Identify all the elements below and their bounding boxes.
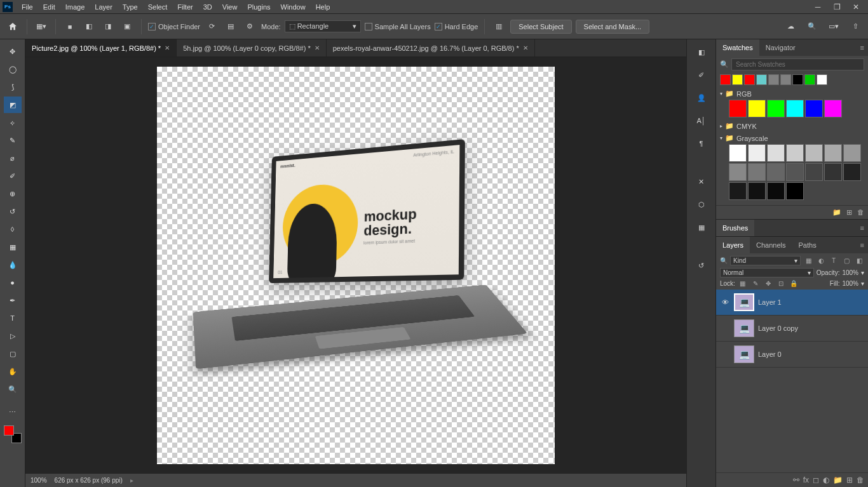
layer-thumbnail[interactable]: 💻	[734, 293, 754, 311]
swatch[interactable]	[804, 74, 815, 85]
swatch[interactable]	[767, 100, 785, 117]
document-tab-1[interactable]: 5h.jpg @ 100% (Layer 0 copy, RGB/8#) *✕	[177, 39, 327, 57]
select-subject-button[interactable]: Select Subject	[510, 20, 571, 34]
eyedropper-tool[interactable]: ✎	[4, 132, 22, 149]
foreground-color[interactable]	[4, 425, 14, 436]
eraser-tool[interactable]: ◊	[4, 221, 22, 237]
select-mask-button[interactable]: Select and Mask...	[576, 20, 650, 34]
adjustment-layer-icon[interactable]: ◐	[823, 476, 829, 484]
menu-image[interactable]: Image	[60, 1, 90, 13]
swatch[interactable]	[792, 74, 803, 85]
cloud-icon[interactable]: ☁	[783, 19, 798, 34]
swatch[interactable]	[748, 144, 766, 162]
lock-artboard-icon[interactable]: ⊡	[776, 280, 786, 287]
swatch[interactable]	[805, 163, 823, 181]
refresh-icon[interactable]: ⟳	[204, 19, 219, 34]
swatch[interactable]	[843, 163, 861, 181]
layer-item[interactable]: 💻Layer 0 copy	[716, 316, 868, 342]
selection-add-icon[interactable]: ◧	[81, 19, 97, 34]
zoom-level[interactable]: 100%	[31, 477, 47, 484]
history-panel-icon[interactable]: ↺	[694, 258, 709, 273]
menu-filter[interactable]: Filter	[172, 1, 198, 13]
menu-help[interactable]: Help	[311, 1, 336, 13]
rgb-group[interactable]: ▾📁RGB	[720, 88, 864, 100]
filter-type-icon[interactable]: T	[829, 257, 839, 264]
history-brush-tool[interactable]: ↺	[4, 203, 22, 220]
channels-tab[interactable]: Channels	[750, 237, 792, 253]
canvas[interactable]: mnmlst. Arlington Heights, IL 01 mockup …	[25, 57, 686, 473]
gear-icon[interactable]: ⚙	[242, 19, 257, 34]
tool-preset-icon[interactable]: ▦▾	[34, 19, 49, 34]
swatch[interactable]	[767, 163, 785, 181]
new-swatch-icon[interactable]: ⊞	[846, 208, 852, 217]
close-icon[interactable]: ✕	[165, 44, 170, 51]
swatch[interactable]	[780, 74, 791, 85]
type-panel-icon[interactable]: A│	[694, 113, 709, 128]
swatch[interactable]	[748, 182, 766, 200]
visibility-icon[interactable]: 👁	[720, 298, 730, 306]
new-layer-icon[interactable]: ⊞	[846, 476, 853, 484]
swatch[interactable]	[805, 144, 823, 162]
selection-intersect-icon[interactable]: ▣	[119, 19, 135, 34]
swatch[interactable]	[729, 100, 747, 117]
window-close-icon[interactable]: ✕	[846, 3, 865, 11]
paths-tab[interactable]: Paths	[792, 237, 823, 253]
document-tab-2[interactable]: pexels-royal-anwar-450212.jpg @ 16.7% (L…	[327, 39, 535, 57]
window-minimize-icon[interactable]: ─	[808, 3, 827, 11]
hand-tool[interactable]: ✋	[4, 363, 22, 380]
workspace-icon[interactable]: ▭▾	[826, 19, 841, 34]
3d-panel-icon[interactable]: ⬡	[694, 197, 709, 212]
object-finder-checkbox[interactable]: ✓Object Finder	[148, 23, 200, 30]
character-panel-icon[interactable]: 👤	[694, 90, 709, 105]
layers-tab[interactable]: Layers	[716, 237, 750, 253]
navigator-tab[interactable]: Navigator	[759, 39, 802, 56]
menu-window[interactable]: Window	[276, 1, 311, 13]
layer-style-icon[interactable]: fx	[803, 476, 809, 484]
color-panel-icon[interactable]: ◧	[694, 44, 709, 60]
search-icon[interactable]: 🔍	[804, 19, 820, 34]
swatch[interactable]	[805, 100, 823, 117]
zoom-tool[interactable]: 🔍	[4, 381, 22, 397]
menu-file[interactable]: File	[17, 1, 38, 13]
swatch[interactable]	[843, 144, 861, 162]
layer-filter-select[interactable]: Kind▾	[730, 256, 801, 265]
fill-value[interactable]: 100%	[842, 280, 858, 287]
swatch[interactable]	[748, 100, 766, 117]
group-icon[interactable]: 📁	[833, 476, 843, 484]
overlay-icon[interactable]: ▤	[223, 19, 238, 34]
brushes-tab[interactable]: Brushes	[716, 220, 754, 236]
menu-edit[interactable]: Edit	[38, 1, 60, 13]
edit-toolbar[interactable]: ⋯	[4, 404, 22, 420]
color-swatches[interactable]	[4, 425, 22, 443]
swatch[interactable]	[720, 74, 731, 85]
window-maximize-icon[interactable]: ❐	[827, 3, 846, 11]
swatch[interactable]	[824, 100, 842, 117]
gray-group[interactable]: ▾📁Grayscale	[720, 132, 864, 144]
panel-menu-icon[interactable]: ≡	[857, 237, 868, 253]
swatch[interactable]	[729, 182, 747, 200]
move-tool[interactable]: ✥	[4, 43, 22, 60]
swatch[interactable]	[767, 144, 785, 162]
hard-edge-checkbox[interactable]: ✓Hard Edge	[435, 23, 478, 30]
delete-swatch-icon[interactable]: 🗑	[857, 208, 864, 217]
filter-pixel-icon[interactable]: ▦	[803, 257, 813, 264]
type-tool[interactable]: T	[4, 310, 22, 326]
path-selection-tool[interactable]: ▷	[4, 328, 22, 344]
swatch[interactable]	[786, 182, 804, 200]
selection-subtract-icon[interactable]: ◨	[100, 19, 116, 34]
folder-icon[interactable]: 📁	[832, 208, 841, 217]
close-icon[interactable]: ✕	[523, 44, 528, 51]
lock-transparent-icon[interactable]: ▦	[738, 280, 748, 287]
layer-thumbnail[interactable]: 💻	[734, 319, 754, 337]
swatches-tab[interactable]: Swatches	[716, 39, 759, 56]
blend-mode-select[interactable]: Normal▾	[720, 268, 814, 277]
layer-item[interactable]: 💻Layer 0	[716, 342, 868, 368]
menu-select[interactable]: Select	[143, 1, 173, 13]
menu-3d[interactable]: 3D	[198, 1, 217, 13]
menu-type[interactable]: Type	[118, 1, 143, 13]
swatch[interactable]	[729, 163, 747, 181]
swatches-search-input[interactable]	[731, 58, 864, 70]
share-icon[interactable]: ⇧	[848, 19, 863, 34]
dodge-tool[interactable]: ●	[4, 274, 22, 291]
swatch[interactable]	[786, 144, 804, 162]
